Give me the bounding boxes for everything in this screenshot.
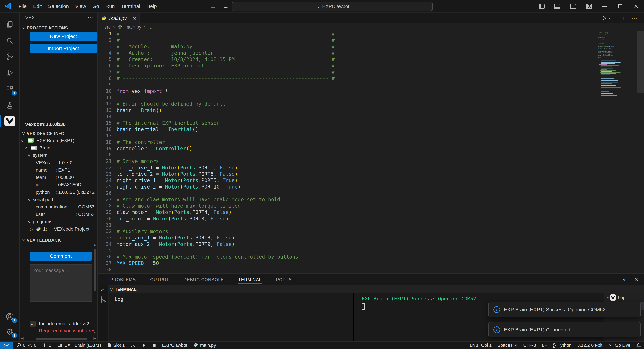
tree-row[interactable]: >system	[20, 152, 98, 159]
close-panel-icon[interactable]: ✕	[635, 277, 639, 282]
breadcrumb-folder[interactable]: src	[104, 24, 110, 30]
download-button[interactable]	[128, 342, 139, 349]
radio-status[interactable]: 0	[39, 342, 54, 349]
breadcrumb-file[interactable]: main.py	[126, 24, 142, 30]
settings-gear-icon[interactable]: ⚙ 1	[0, 324, 19, 340]
panel-more-icon[interactable]: ···	[606, 276, 613, 283]
notification-toast[interactable]: i EXP Brain (EXP1) Connected	[488, 322, 641, 338]
menu-help[interactable]: Help	[143, 2, 160, 10]
tree-row[interactable]: >serial port	[20, 196, 98, 204]
breadcrumb[interactable]: src › main.py › …	[98, 24, 644, 30]
terminal-section-header[interactable]: > TERMINAL	[108, 286, 644, 294]
device-status[interactable]: EXP Brain (EXP1)	[54, 342, 104, 349]
panel-tab-terminal[interactable]: TERMINAL	[238, 274, 262, 286]
testing-icon[interactable]	[0, 97, 19, 113]
cursor-position-status[interactable]: Ln 1, Col 1	[467, 342, 494, 349]
run-program-button[interactable]	[139, 342, 149, 349]
run-dropdown-icon[interactable]: >	[608, 17, 612, 19]
active-file-status[interactable]: main.py	[190, 342, 219, 349]
breadcrumb-symbol[interactable]: …	[148, 24, 152, 30]
explorer-icon[interactable]	[0, 16, 19, 32]
toggle-secondary-sidebar-icon[interactable]	[565, 0, 581, 13]
customize-layout-icon[interactable]	[581, 0, 597, 13]
language-status[interactable]: {} Python	[550, 342, 574, 349]
tab-main-py[interactable]: main.py ✕	[98, 13, 140, 24]
tree-row[interactable]: VEXos: 1.0.7.0	[20, 159, 98, 167]
run-python-file-button[interactable]: >	[601, 15, 611, 21]
scroll-down-icon[interactable]: ▼	[93, 331, 96, 334]
tab-close-icon[interactable]: ✕	[132, 16, 136, 21]
sidebar-more-icon[interactable]: ···	[88, 14, 93, 20]
python-runtime-status[interactable]: 3.12.2 64-bit	[574, 342, 605, 349]
tree-row[interactable]: user: COM52	[20, 211, 98, 218]
remote-indicator[interactable]: ><	[0, 342, 14, 349]
problems-status[interactable]: 0 0	[14, 342, 39, 349]
stop-program-button[interactable]	[149, 342, 159, 349]
import-project-button[interactable]: Import Project	[30, 44, 97, 53]
close-button[interactable]: ✕	[628, 0, 644, 13]
encoding-status[interactable]: UTF-8	[520, 342, 539, 349]
terminal-branch-icon[interactable]	[100, 296, 106, 303]
menu-view[interactable]: View	[72, 2, 89, 10]
tree-row[interactable]: >Brain	[20, 144, 98, 152]
feedback-vscrollbar[interactable]	[93, 243, 96, 334]
collapse-terminal-icon[interactable]: >	[101, 287, 104, 292]
menu-file[interactable]: File	[16, 2, 30, 10]
tree-row[interactable]: python: 1.0.0.21 (0xD275...	[20, 189, 98, 196]
scroll-right-icon[interactable]: ▶	[94, 336, 96, 340]
toggle-sidebar-icon[interactable]	[534, 0, 550, 13]
minimap[interactable]: # --------------------------------------…	[598, 30, 631, 148]
command-center[interactable]: EXPClawbot	[232, 2, 433, 11]
go-live-status[interactable]: Go Live	[605, 342, 633, 349]
section-feedback[interactable]: > VEX FEEDBACK	[20, 237, 98, 244]
tree-row[interactable]: >1:VEXcode Project	[20, 226, 98, 233]
run-debug-icon[interactable]	[0, 65, 19, 81]
extensions-icon[interactable]: 1	[0, 82, 19, 98]
minimize-button[interactable]	[597, 0, 612, 13]
feedback-message-input[interactable]	[30, 264, 92, 302]
search-view-icon[interactable]	[0, 33, 19, 49]
notifications-bell[interactable]	[633, 342, 644, 349]
panel-tab-ports[interactable]: PORTS	[276, 274, 292, 286]
tree-row[interactable]: communication: COM53	[20, 204, 98, 211]
section-project-actions[interactable]: > PROJECT ACTIONS	[20, 24, 98, 31]
forward-icon[interactable]: →	[223, 3, 229, 10]
editor-scrollbar[interactable]	[636, 31, 644, 93]
notification-toast[interactable]: i EXP Brain (EXP1) Success: Opening COM5…	[488, 302, 641, 317]
terminal-instance[interactable]: ┌Log	[604, 294, 644, 302]
tree-row[interactable]: name: EXP1	[20, 167, 98, 174]
panel-tab-debug-console[interactable]: DEBUG CONSOLE	[184, 274, 224, 286]
new-project-button[interactable]: New Project	[30, 32, 97, 41]
editor-more-icon[interactable]: ···	[631, 14, 637, 22]
menu-go[interactable]: Go	[89, 2, 102, 10]
section-device-info[interactable]: > VEX DEVICE INFO	[20, 130, 98, 137]
project-name-status[interactable]: EXPClawbot	[159, 342, 190, 349]
account-icon[interactable]: 1	[0, 309, 19, 325]
tree-value: : COM52	[76, 212, 94, 217]
toggle-panel-icon[interactable]	[550, 0, 565, 13]
comment-button[interactable]: Comment	[30, 252, 92, 260]
eol-status[interactable]: LF	[539, 342, 550, 349]
menu-edit[interactable]: Edit	[30, 2, 45, 10]
vex-extension-icon[interactable]	[0, 113, 19, 129]
indentation-status[interactable]: Spaces: 4	[494, 342, 520, 349]
tree-row[interactable]: >programs	[20, 218, 98, 226]
panel-tab-problems[interactable]: PROBLEMS	[110, 274, 136, 286]
source-control-icon[interactable]	[0, 49, 19, 65]
menu-run[interactable]: Run	[102, 2, 118, 10]
sidebar-hscrollbar[interactable]	[21, 337, 96, 340]
menu-selection[interactable]: Selection	[45, 2, 72, 10]
restore-button[interactable]	[612, 0, 628, 13]
tree-row[interactable]: >EXP Brain (EXP1)	[20, 137, 98, 144]
email-checkbox[interactable]: ✓	[30, 321, 36, 327]
split-editor-icon[interactable]	[618, 15, 624, 21]
maximize-panel-icon[interactable]: >	[621, 278, 626, 281]
terminal-split-divider[interactable]	[353, 294, 354, 341]
slot-status[interactable]: Slot 1	[104, 342, 128, 349]
back-icon[interactable]: ←	[210, 3, 216, 10]
code-editor[interactable]: 1# -------------------------------------…	[98, 30, 644, 273]
menu-terminal[interactable]: Terminal	[118, 2, 143, 10]
tree-row[interactable]: team: 000000	[20, 174, 98, 182]
tree-row[interactable]: id: 0EA81E0D	[20, 182, 98, 189]
panel-tab-output[interactable]: OUTPUT	[150, 274, 169, 286]
